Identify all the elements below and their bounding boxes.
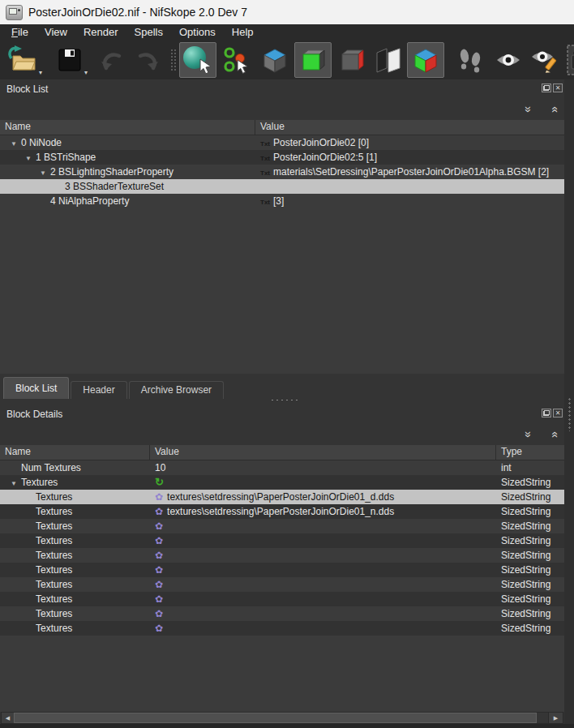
block-details-expand-up-button[interactable]: »: [548, 431, 559, 438]
block-list-row[interactable]: 3 BSShaderTextureSet: [0, 179, 564, 194]
open-file-button[interactable]: ▾: [4, 42, 41, 78]
tab-archive-browser[interactable]: Archive Browser: [129, 381, 224, 399]
cube-green-front-icon: [298, 46, 328, 74]
txt-icon: Txt: [260, 195, 270, 208]
camera-icon: [567, 45, 574, 75]
flower-icon: ✿: [155, 520, 163, 532]
block-list-close-button[interactable]: ✕: [553, 84, 563, 92]
walk-mode-button[interactable]: [454, 42, 486, 78]
splitter-grip-icon[interactable]: [568, 397, 572, 431]
value-cell: ↻: [150, 475, 496, 490]
block-details-rows: Num Textures 10 int ▼Textures ↻ SizedStr…: [0, 460, 564, 636]
app-icon: [6, 5, 23, 20]
expander-icon[interactable]: ▼: [6, 477, 21, 490]
block-details-close-button[interactable]: ✕: [553, 409, 563, 418]
type-cell: SizedString: [496, 519, 564, 533]
block-details-row[interactable]: Textures ✿ SizedString: [0, 519, 564, 533]
block-list-row[interactable]: ▼2 BSLightingShaderProperty Txtmaterials…: [0, 165, 564, 179]
menu-spells[interactable]: Spells: [126, 24, 171, 40]
block-details-row[interactable]: Textures ✿textures\setdressing\PaperPost…: [0, 504, 564, 519]
name-cell: ▼1 BSTriShape: [0, 150, 255, 165]
expander-icon[interactable]: ▼: [36, 166, 50, 179]
expander-icon[interactable]: ▼: [6, 137, 21, 150]
save-file-button[interactable]: ▾: [53, 42, 87, 78]
name-cell: ▼Textures: [0, 475, 150, 490]
eye-pencil-icon: [530, 46, 559, 74]
block-details-row[interactable]: Num Textures 10 int: [0, 460, 564, 475]
block-list-tree: Name Value ▼0 NiNode TxtPosterJoinOrDie0…: [0, 120, 564, 374]
expander-icon[interactable]: ▼: [21, 152, 36, 165]
menu-help[interactable]: Help: [224, 24, 262, 40]
double-sided-button[interactable]: [372, 42, 405, 78]
column-header-type[interactable]: Type: [496, 445, 564, 460]
value-cell: ✿textures\setdressing\PaperPosterJoinOrD…: [150, 504, 496, 519]
block-details-row[interactable]: ▼Textures ↻ SizedString: [0, 475, 564, 490]
block-list-panel-title: Block List: [6, 84, 48, 95]
right-splitter-strip[interactable]: [564, 79, 574, 724]
block-details-row[interactable]: Textures ✿textures\setdressing\PaperPost…: [0, 490, 564, 504]
screenshot-button[interactable]: [566, 42, 574, 78]
value-cell: ✿: [150, 606, 496, 621]
edit-visibility-button[interactable]: [529, 42, 561, 78]
block-details-row[interactable]: Textures ✿ SizedString: [0, 563, 564, 577]
column-header-name[interactable]: Name: [0, 120, 255, 135]
grip-dots-icon: [170, 49, 176, 71]
horizontal-splitter-grip[interactable]: [270, 396, 301, 400]
menu-view[interactable]: View: [36, 24, 75, 40]
menubar: FileViewRenderSpellsOptionsHelp: [0, 24, 574, 40]
select-object-button[interactable]: [179, 42, 216, 78]
undo-button[interactable]: [96, 42, 126, 78]
redo-icon: [135, 49, 161, 71]
value-cell: ✿: [150, 621, 496, 636]
block-details-row[interactable]: Textures ✿ SizedString: [0, 577, 564, 592]
name-cell: Num Textures: [0, 460, 150, 475]
block-list-header: Name Value: [0, 120, 564, 135]
block-details-float-button[interactable]: [542, 409, 551, 418]
column-header-value[interactable]: Value: [255, 120, 564, 135]
redo-button[interactable]: [134, 42, 163, 78]
view-cube-top-button[interactable]: [258, 42, 292, 78]
dropdown-caret-icon[interactable]: ▾: [39, 70, 42, 76]
name-cell: Textures: [0, 592, 150, 606]
block-list-expand-up-button[interactable]: »: [548, 106, 559, 113]
tab-block-list[interactable]: Block List: [3, 377, 69, 399]
planes-icon: [375, 47, 402, 73]
scroll-left-button[interactable]: ◀: [2, 713, 15, 723]
visibility-button[interactable]: [493, 42, 524, 78]
scrollbar-thumb[interactable]: [14, 713, 537, 723]
column-header-name[interactable]: Name: [0, 445, 150, 460]
block-list-row[interactable]: ▼1 BSTriShape TxtPosterJoinOrDie02:5 [1]: [0, 150, 564, 165]
type-cell: SizedString: [496, 563, 564, 577]
menu-file[interactable]: File: [3, 24, 36, 40]
name-cell: Textures: [0, 533, 150, 548]
block-list-float-button[interactable]: [542, 84, 551, 92]
block-details-row[interactable]: Textures ✿ SizedString: [0, 533, 564, 548]
block-details-header: Name Value Type: [0, 445, 564, 460]
tab-header[interactable]: Header: [71, 381, 126, 399]
view-cube-colored-button[interactable]: [407, 42, 444, 78]
block-details-row[interactable]: Textures ✿ SizedString: [0, 621, 564, 636]
menu-options[interactable]: Options: [171, 24, 224, 40]
view-cube-front-button[interactable]: [294, 42, 332, 78]
block-details-row[interactable]: Textures ✿ SizedString: [0, 548, 564, 563]
txt-icon: Txt: [260, 166, 270, 179]
column-header-value[interactable]: Value: [150, 445, 496, 460]
menu-render[interactable]: Render: [75, 24, 126, 40]
flower-icon: ✿: [155, 623, 163, 634]
name-cell: Textures: [0, 504, 150, 519]
dropdown-caret-icon[interactable]: ▾: [84, 70, 88, 76]
block-list-row[interactable]: ▼0 NiNode TxtPosterJoinOrDie02 [0]: [0, 135, 564, 150]
block-details-collapse-down-button[interactable]: »: [523, 431, 534, 438]
txt-icon: Txt: [260, 137, 270, 150]
block-details-row[interactable]: Textures ✿ SizedString: [0, 606, 564, 621]
block-details-row[interactable]: Textures ✿ SizedString: [0, 592, 564, 606]
select-vertices-button[interactable]: [221, 42, 251, 78]
type-cell: SizedString: [496, 533, 564, 548]
view-cube-side-button[interactable]: [334, 42, 370, 78]
block-list-rows: ▼0 NiNode TxtPosterJoinOrDie02 [0] ▼1 BS…: [0, 135, 564, 208]
scroll-right-button[interactable]: ▶: [548, 713, 563, 723]
block-list-collapse-down-button[interactable]: »: [523, 106, 534, 113]
horizontal-scrollbar[interactable]: ◀ ▶: [1, 712, 563, 724]
block-list-row[interactable]: 4 NiAlphaProperty Txt[3]: [0, 194, 564, 208]
value-cell: TxtPosterJoinOrDie02:5 [1]: [255, 150, 564, 165]
